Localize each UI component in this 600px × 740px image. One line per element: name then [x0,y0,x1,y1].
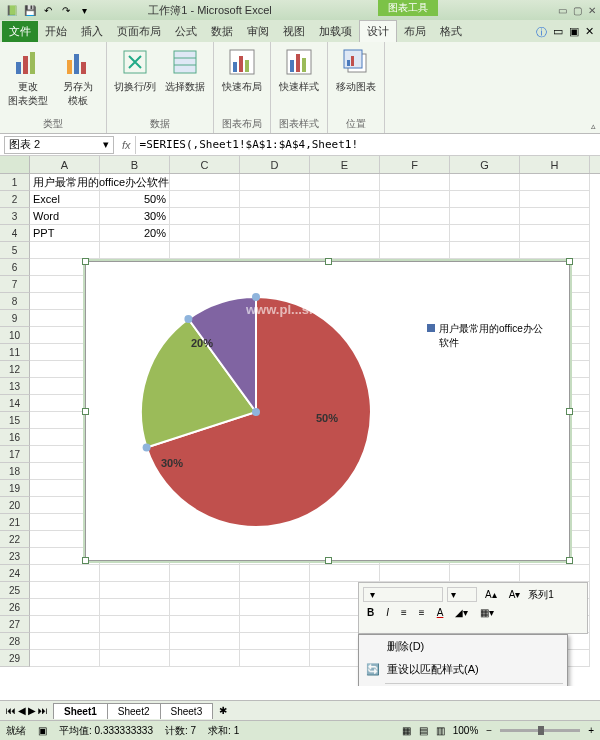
tab-insert[interactable]: 插入 [74,21,110,42]
align-icon[interactable]: ≡ [397,605,411,620]
cell[interactable] [380,565,450,582]
tab-design[interactable]: 设计 [359,20,397,42]
cell[interactable] [380,191,450,208]
cell[interactable] [520,208,590,225]
cell[interactable] [30,582,100,599]
cell[interactable] [30,565,100,582]
align-icon[interactable]: ≡ [415,605,429,620]
col-header-f[interactable]: F [380,156,450,173]
row-header[interactable]: 13 [0,378,30,395]
col-header-e[interactable]: E [310,156,380,173]
data-label-20[interactable]: 20% [191,337,213,349]
cell[interactable] [30,242,100,259]
data-label-50[interactable]: 50% [316,412,338,424]
name-box[interactable]: 图表 2 ▾ [4,136,114,154]
cell[interactable] [240,174,310,191]
new-sheet-icon[interactable]: ✱ [213,705,233,716]
redo-icon[interactable]: ↷ [58,2,74,18]
cell[interactable] [240,599,310,616]
border-icon[interactable]: ▦▾ [476,605,498,620]
row-header[interactable]: 28 [0,633,30,650]
cell[interactable] [170,242,240,259]
row-header[interactable]: 26 [0,599,30,616]
embedded-chart[interactable]: 50% 30% 20% www.pl...s.com 用户最常用的office办… [85,261,570,561]
data-label-30[interactable]: 30% [161,457,183,469]
cell[interactable] [380,242,450,259]
row-header[interactable]: 8 [0,293,30,310]
ribbon-collapse-icon[interactable]: ▵ [591,121,596,131]
switch-rowcol-button[interactable]: 切换行/列 [113,46,157,94]
cell[interactable] [240,582,310,599]
cell[interactable] [170,208,240,225]
formula-bar[interactable]: =SERIES(,Sheet1!$A$1:$A$4,Sheet1! [135,136,600,154]
cell[interactable] [310,225,380,242]
child-close-icon[interactable]: ✕ [585,25,594,40]
view-page-layout-icon[interactable]: ▤ [419,725,428,736]
row-header[interactable]: 29 [0,650,30,667]
row-header[interactable]: 15 [0,412,30,429]
font-size-dropdown[interactable]: ▾ [447,587,477,602]
row-header[interactable]: 20 [0,497,30,514]
view-normal-icon[interactable]: ▦ [402,725,411,736]
save-template-button[interactable]: 另存为 模板 [56,46,100,108]
cell-a4[interactable]: PPT [30,225,100,242]
sheet-nav-prev-icon[interactable]: ◀ [18,705,26,716]
row-header[interactable]: 7 [0,276,30,293]
cell[interactable] [30,633,100,650]
row-header[interactable]: 1 [0,174,30,191]
sheet-tab-2[interactable]: Sheet2 [107,703,161,719]
macro-record-icon[interactable]: ▣ [38,725,47,736]
row-header[interactable]: 16 [0,429,30,446]
cell[interactable] [240,616,310,633]
close-icon[interactable]: ✕ [588,5,596,16]
row-header[interactable]: 5 [0,242,30,259]
help-icon[interactable]: ⓘ [536,25,547,40]
cell-b3[interactable]: 30% [100,208,170,225]
sheet-tab-1[interactable]: Sheet1 [53,703,108,719]
cell[interactable] [240,191,310,208]
tab-page-layout[interactable]: 页面布局 [110,21,168,42]
cell[interactable] [520,191,590,208]
name-box-dropdown-icon[interactable]: ▾ [103,138,109,151]
italic-icon[interactable]: I [382,605,393,620]
sheet-nav-first-icon[interactable]: ⏮ [6,705,16,716]
tab-addins[interactable]: 加载项 [312,21,359,42]
shrink-font-icon[interactable]: A▾ [505,587,525,602]
view-page-break-icon[interactable]: ▥ [436,725,445,736]
cell[interactable] [100,582,170,599]
cell[interactable] [310,242,380,259]
cell[interactable] [100,650,170,667]
fill-color-icon[interactable]: ◢▾ [451,605,472,620]
col-header-g[interactable]: G [450,156,520,173]
cell[interactable] [450,191,520,208]
row-header[interactable]: 19 [0,480,30,497]
save-icon[interactable]: 💾 [22,2,38,18]
row-header[interactable]: 11 [0,344,30,361]
row-header[interactable]: 12 [0,361,30,378]
move-chart-button[interactable]: 移动图表 [334,46,378,94]
row-header[interactable]: 24 [0,565,30,582]
tab-formulas[interactable]: 公式 [168,21,204,42]
excel-icon[interactable]: 📗 [4,2,20,18]
cell-b2[interactable]: 50% [100,191,170,208]
minimize-icon[interactable]: ▭ [558,5,567,16]
cell[interactable] [450,225,520,242]
row-header[interactable]: 25 [0,582,30,599]
row-header[interactable]: 17 [0,446,30,463]
quick-layout-button[interactable]: 快速布局 [220,46,264,94]
cell[interactable] [520,225,590,242]
cell[interactable] [170,174,240,191]
cell[interactable] [170,616,240,633]
cell[interactable] [100,242,170,259]
zoom-out-icon[interactable]: − [486,725,492,736]
maximize-icon[interactable]: ▢ [573,5,582,16]
cell[interactable] [310,174,380,191]
cell[interactable] [520,174,590,191]
tab-file[interactable]: 文件 [2,21,38,42]
cell[interactable] [170,633,240,650]
change-chart-type-button[interactable]: 更改 图表类型 [6,46,50,108]
row-header[interactable]: 9 [0,310,30,327]
cell[interactable] [170,599,240,616]
cell[interactable] [380,174,450,191]
sheet-nav-next-icon[interactable]: ▶ [28,705,36,716]
